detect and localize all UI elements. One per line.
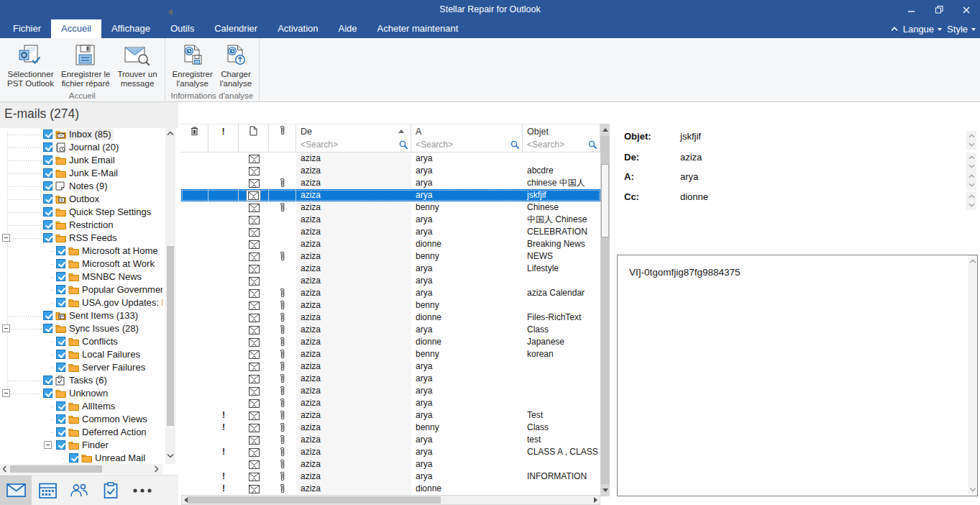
checkbox-deferred-action[interactable] (56, 427, 65, 437)
table-row[interactable]: azizaarya (181, 275, 600, 287)
langue-menu[interactable]: Langue (903, 24, 942, 35)
tree-item-popular-government[interactable]: Popular Government ( (0, 283, 162, 296)
nav-calendar-button[interactable] (32, 476, 63, 505)
ribbon-button-s-lectionner-pst-outlook[interactable]: SélectionnerPST Outlook (4, 40, 58, 90)
checkbox-microsoft-at-home[interactable] (56, 246, 65, 255)
table-row[interactable]: azizabennyNEWS (181, 250, 600, 263)
table-horizontal-scrollbar[interactable] (181, 495, 600, 505)
column-attachment[interactable] (269, 124, 296, 139)
tree-item-junk-email[interactable]: Junk Email (0, 154, 162, 167)
nav-tasks-button[interactable] (95, 476, 127, 505)
collapse-sidebar-icon[interactable] (168, 9, 173, 16)
checkbox-junk-e-mail[interactable] (43, 168, 52, 178)
field-scroll-chevrons[interactable] (966, 153, 976, 171)
table-hscrollbar-thumb[interactable] (188, 496, 441, 504)
chevron-down-icon[interactable] (968, 203, 975, 207)
minimize-button[interactable] (898, 0, 925, 19)
column-de[interactable]: De (296, 124, 411, 139)
checkbox-usa-gov-updates-nev[interactable] (56, 298, 65, 307)
tab-activation[interactable]: Activation (267, 19, 328, 38)
column-a[interactable]: A (411, 124, 523, 139)
table-row[interactable]: azizaarya (181, 397, 600, 409)
close-button[interactable] (953, 0, 980, 19)
chevron-up-icon[interactable] (968, 134, 975, 138)
checkbox-microsoft-at-work[interactable] (56, 259, 65, 268)
tab-acheter-maintenant[interactable]: Acheter maintenant (367, 19, 469, 38)
tab-aide[interactable]: Aide (329, 19, 367, 38)
checkbox-restriction[interactable] (43, 220, 52, 229)
chevron-down-icon[interactable] (968, 142, 975, 147)
scroll-right-icon[interactable] (154, 465, 159, 473)
tab-accueil[interactable]: Accueil (51, 19, 101, 38)
checkbox-server-failures[interactable] (56, 363, 65, 372)
collapse-minus-icon[interactable] (2, 324, 10, 332)
tree-item-finder[interactable]: Finder (0, 439, 162, 452)
chevron-down-icon[interactable] (968, 183, 975, 187)
tree-item-junk-e-mail[interactable]: Junk E-Mail (0, 167, 162, 180)
table-scrollbar-thumb[interactable] (601, 164, 609, 237)
tree-scrollbar-thumb[interactable] (167, 246, 174, 426)
table-row[interactable]: !azizaaryaTest (181, 409, 600, 422)
scroll-left-icon[interactable] (2, 465, 7, 473)
table-row[interactable]: azizaarya (181, 153, 600, 165)
checkbox-inbox-85[interactable] (43, 129, 52, 139)
checkbox-sync-issues-28[interactable] (43, 324, 52, 333)
tree-item-deferred-action[interactable]: Deferred Action (0, 426, 162, 439)
tab-outils[interactable]: Outils (160, 19, 204, 38)
scroll-up-icon[interactable] (167, 131, 174, 136)
table-row[interactable]: !azizaaryaINFORMATION (181, 470, 600, 483)
checkbox-finder[interactable] (56, 440, 65, 450)
table-row[interactable]: azizaaryajskfjif (181, 189, 600, 201)
ribbon-button-enregistrer-l-analyse[interactable]: Enregistrerl'analyse (169, 40, 216, 90)
table-row[interactable]: azizabennyChinese (181, 201, 600, 214)
search-icon[interactable] (399, 140, 408, 150)
restore-button[interactable] (925, 0, 953, 19)
table-row[interactable]: azizabenny (181, 299, 600, 311)
scroll-up-icon[interactable] (969, 259, 976, 264)
collapse-ribbon-icon[interactable] (891, 27, 898, 32)
table-row[interactable]: azizaarya (181, 373, 600, 385)
checkbox-unread-mail[interactable] (69, 453, 78, 463)
search-input-a[interactable] (411, 138, 513, 151)
tree-item-restriction[interactable]: Restriction (0, 219, 162, 232)
tree-item-local-failures[interactable]: Local Failures (0, 348, 162, 361)
table-row[interactable]: azizaaryaCELEBRATION (181, 226, 600, 238)
ribbon-button-charger-l-analyse[interactable]: Chargerl'analyse (216, 40, 255, 90)
table-row[interactable]: azizaaryachinese 中国人 (181, 177, 600, 189)
chevron-down-icon[interactable] (968, 164, 975, 168)
table-row[interactable]: azizaarya (181, 360, 600, 373)
search-input-objet[interactable] (523, 138, 591, 151)
chevron-up-icon[interactable] (968, 155, 975, 160)
tree-hscrollbar-thumb[interactable] (10, 465, 102, 473)
collapse-minus-icon[interactable] (44, 441, 52, 449)
tree-item-outbox[interactable]: Outbox (0, 193, 162, 206)
tree-item-msnbc-news[interactable]: MSNBC News (0, 270, 162, 283)
scroll-up-button[interactable] (600, 124, 610, 136)
tree-horizontal-scrollbar[interactable] (0, 464, 162, 474)
tree-item-inbox-85[interactable]: Inbox (85) (0, 128, 162, 141)
tree-item-usa-gov-updates-nev[interactable]: USA.gov Updates: Nev (0, 296, 162, 309)
search-input-de[interactable] (296, 138, 402, 151)
tree-item-conflicts[interactable]: Conflicts (0, 335, 162, 348)
checkbox-common-views[interactable] (56, 414, 65, 424)
table-row[interactable]: azizadionneBreaking News (181, 238, 600, 250)
column-delete[interactable] (181, 124, 209, 139)
scroll-down-button[interactable] (600, 484, 610, 496)
field-scroll-chevrons[interactable] (966, 171, 976, 190)
tree-item-sync-issues-28[interactable]: Sync Issues (28) (0, 322, 162, 335)
tree-item-sent-items-133[interactable]: Sent Items (133) (0, 309, 162, 322)
chevron-up-icon[interactable] (968, 174, 975, 178)
tree-item-rss-feeds[interactable]: RSS Feeds (0, 232, 162, 245)
tab-affichage[interactable]: Affichage (101, 19, 160, 38)
tree-item-allitems[interactable]: AllItems (0, 400, 162, 413)
checkbox-local-failures[interactable] (56, 350, 65, 359)
tree-item-unread-mail[interactable]: Unread Mail (0, 452, 162, 464)
tree-item-unknown[interactable]: Unknown (0, 387, 162, 400)
table-row[interactable]: azizadionneJapanese (181, 336, 600, 348)
nav-mail-button[interactable] (0, 476, 32, 505)
table-row[interactable]: !azizadionne (181, 483, 600, 495)
checkbox-outbox[interactable] (43, 194, 52, 204)
checkbox-quick-step-settings[interactable] (43, 207, 52, 217)
checkbox-sent-items-133[interactable] (43, 311, 52, 320)
checkbox-junk-email[interactable] (43, 155, 52, 165)
